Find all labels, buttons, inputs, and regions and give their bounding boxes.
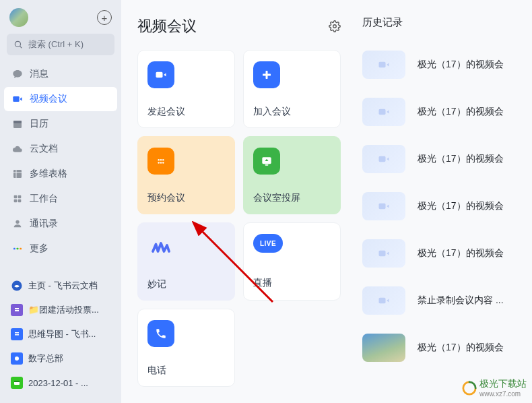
- live-card[interactable]: LIVE 直播: [243, 222, 341, 301]
- svg-point-32: [162, 159, 164, 161]
- svg-rect-15: [20, 248, 22, 250]
- doc-item-home[interactable]: 主页 - 飞书云文档: [4, 274, 117, 297]
- svg-rect-24: [14, 381, 20, 382]
- cast-icon: [253, 148, 280, 175]
- svg-rect-14: [17, 248, 19, 250]
- svg-point-30: [158, 159, 160, 161]
- doc-item-digital-hq[interactable]: 数字总部: [4, 347, 117, 370]
- history-item[interactable]: 极光（17）的视频会: [362, 41, 532, 88]
- svg-point-34: [160, 162, 162, 164]
- video-thumb-icon: [362, 51, 405, 79]
- plus-icon: [253, 61, 280, 88]
- video-thumb-icon: [362, 145, 405, 173]
- history-item[interactable]: 极光（17）的视频会: [362, 88, 532, 135]
- cloud-doc-icon: [12, 144, 23, 154]
- svg-rect-26: [156, 72, 163, 78]
- doc-icon: [11, 377, 23, 389]
- search-input[interactable]: 搜索 (Ctrl + K): [7, 34, 114, 55]
- svg-rect-37: [265, 164, 269, 166]
- sidebar-item-more[interactable]: 更多: [4, 237, 117, 261]
- doc-item-date[interactable]: 2023-12-01 - ...: [4, 371, 117, 394]
- contacts-icon: [12, 218, 23, 229]
- history-item[interactable]: 极光（17）的视频会: [362, 135, 532, 183]
- svg-rect-20: [15, 332, 19, 334]
- history-item[interactable]: 极光（17）的视频会: [362, 230, 532, 277]
- home-icon: [11, 280, 23, 292]
- svg-rect-11: [18, 199, 22, 203]
- svg-rect-13: [13, 248, 15, 250]
- join-meeting-card[interactable]: 加入会议: [243, 50, 341, 128]
- svg-rect-43: [379, 298, 386, 303]
- doc-icon: [11, 304, 23, 316]
- doc-icon: [11, 352, 23, 365]
- history-item[interactable]: 禁止录制会议内容 ...: [362, 277, 532, 324]
- minutes-icon: [147, 234, 174, 261]
- svg-point-35: [162, 162, 164, 164]
- svg-point-12: [15, 220, 19, 224]
- sidebar-item-contacts[interactable]: 通讯录: [4, 212, 117, 236]
- svg-point-33: [158, 162, 160, 164]
- sidebar-item-base[interactable]: 多维表格: [4, 162, 117, 186]
- calendar-icon: [12, 119, 23, 129]
- search-placeholder: 搜索 (Ctrl + K): [28, 38, 84, 51]
- svg-rect-41: [379, 204, 386, 209]
- chat-icon: [12, 69, 23, 80]
- schedule-meeting-card[interactable]: 预约会议: [137, 136, 235, 214]
- video-icon: [12, 94, 23, 104]
- doc-item-vote[interactable]: 📁团建活动投票...: [4, 299, 117, 321]
- svg-rect-5: [13, 170, 22, 178]
- svg-point-25: [333, 25, 337, 28]
- phone-icon: [147, 320, 174, 347]
- add-button[interactable]: +: [97, 10, 112, 25]
- svg-rect-4: [13, 121, 22, 123]
- doc-icon: [11, 328, 23, 340]
- history-item[interactable]: 极光（17）的视频会: [362, 183, 532, 230]
- svg-rect-9: [18, 195, 22, 199]
- sidebar-item-calendar[interactable]: 日历: [4, 112, 117, 136]
- calendar-dots-icon: [147, 148, 174, 175]
- history-title: 历史记录: [362, 16, 532, 29]
- phone-card[interactable]: 电话: [137, 309, 235, 387]
- search-icon: [13, 40, 23, 49]
- svg-rect-10: [14, 199, 18, 203]
- live-icon: LIVE: [253, 234, 283, 253]
- sidebar-item-cloud-docs[interactable]: 云文档: [4, 137, 117, 161]
- svg-rect-38: [379, 62, 386, 67]
- gear-icon[interactable]: [329, 20, 341, 32]
- svg-rect-28: [263, 74, 271, 76]
- svg-point-31: [160, 159, 162, 161]
- svg-line-1: [20, 46, 22, 49]
- svg-rect-8: [14, 195, 18, 199]
- video-thumb-icon: [362, 98, 405, 126]
- sidebar-item-video-meeting[interactable]: 视频会议: [4, 87, 117, 111]
- video-thumb-image: [362, 334, 405, 362]
- svg-rect-39: [379, 109, 386, 115]
- video-thumb-icon: [362, 192, 405, 220]
- apps-icon: [12, 193, 23, 204]
- svg-point-22: [15, 356, 19, 361]
- page-title: 视频会议: [137, 16, 197, 36]
- base-icon: [12, 168, 23, 179]
- svg-rect-21: [15, 334, 19, 336]
- sidebar-item-workplace[interactable]: 工作台: [4, 187, 117, 211]
- start-meeting-card[interactable]: 发起会议: [137, 50, 235, 128]
- svg-rect-2: [13, 96, 19, 102]
- svg-rect-40: [379, 156, 386, 162]
- video-thumb-icon: [362, 239, 405, 268]
- more-icon: [12, 243, 23, 254]
- svg-rect-29: [156, 157, 165, 166]
- avatar[interactable]: [9, 8, 28, 27]
- svg-point-0: [15, 41, 20, 46]
- video-camera-icon: [147, 61, 174, 88]
- svg-rect-19: [15, 310, 19, 311]
- svg-rect-42: [379, 251, 386, 256]
- svg-rect-18: [15, 308, 19, 309]
- cast-screen-card[interactable]: 会议室投屏: [243, 136, 341, 214]
- doc-item-mindmap[interactable]: 思维导图 - 飞书...: [4, 323, 117, 346]
- sidebar-item-messages[interactable]: 消息: [4, 62, 117, 86]
- video-thumb-icon: [362, 286, 405, 315]
- history-item[interactable]: 极光（17）的视频会: [362, 324, 532, 371]
- minutes-card[interactable]: 妙记: [137, 222, 235, 301]
